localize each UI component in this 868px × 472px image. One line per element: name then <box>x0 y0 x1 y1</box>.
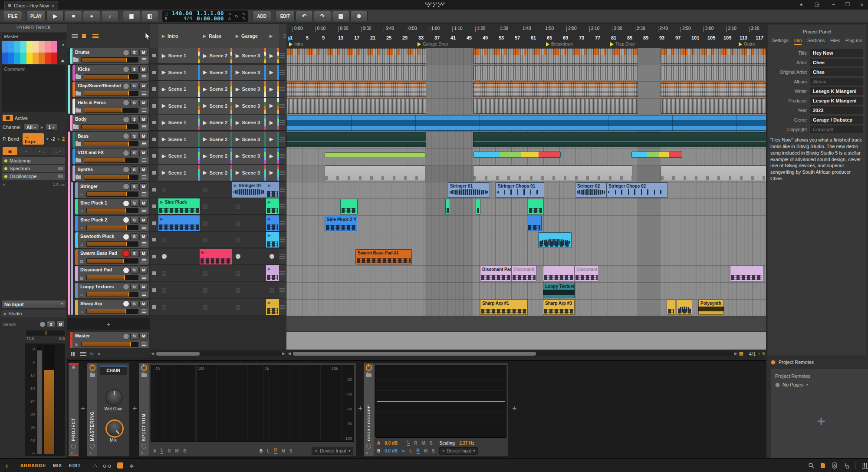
osc-a-l[interactable]: L <box>407 440 410 446</box>
pbend-down-icon[interactable]: ▼ <box>46 137 49 141</box>
track-record-arm-button[interactable] <box>123 150 129 156</box>
clip-slot[interactable]: ▶Stringer 01 <box>232 182 266 198</box>
oscilloscope-device-strip[interactable]: OSCILLOSCOPE o→ <box>364 363 374 456</box>
arranger-clip[interactable] <box>661 82 766 97</box>
palette-swatch[interactable] <box>2 41 8 53</box>
scene-menu-icon[interactable] <box>279 254 285 259</box>
spectrum-b-l[interactable]: L <box>267 449 270 453</box>
clip-slot[interactable] <box>158 182 200 198</box>
view-button-mix[interactable]: MIX <box>53 463 62 468</box>
record-slot-icon[interactable] <box>270 254 274 259</box>
track-row[interactable]: Swarm Bass PadSM▤ <box>67 249 150 265</box>
oscilloscope-power-icon[interactable] <box>366 365 372 371</box>
mastering-clock-icon[interactable] <box>90 444 95 449</box>
touch-icon[interactable] <box>844 462 849 469</box>
scene-menu-icon[interactable] <box>279 87 285 91</box>
snap-icon[interactable]: ▦ <box>739 351 743 356</box>
follow-playhead-icon[interactable]: ⏵| <box>762 351 765 356</box>
wet-gain-knob[interactable] <box>105 389 123 406</box>
arranger-clip[interactable] <box>473 132 766 148</box>
folder-icon[interactable] <box>76 175 81 179</box>
track-mute-button[interactable]: M <box>139 49 148 56</box>
arranger-clip[interactable]: Stringer 01 <box>448 182 490 198</box>
track-record-arm-button[interactable] <box>123 83 129 89</box>
track-card[interactable]: MasterSM♛ <box>70 332 149 348</box>
arranger-clip[interactable] <box>340 199 358 215</box>
folder-icon[interactable] <box>76 109 81 112</box>
track-row[interactable]: StringerSM≈ <box>67 182 150 198</box>
clip-stop-button[interactable] <box>150 182 159 198</box>
arrangement-marker[interactable]: Garage Drop <box>418 42 448 46</box>
track-volume-slider[interactable] <box>81 124 138 129</box>
clip-stop-button[interactable] <box>150 282 159 298</box>
add-device-end-icon[interactable]: + <box>512 404 517 413</box>
scene-header-garage[interactable]: ▶Garage <box>232 24 270 48</box>
loop-brace-icon[interactable]: ⬚⇅ <box>165 12 168 20</box>
track-card[interactable]: Hats & PercsSM <box>72 99 149 114</box>
arrangement-marker[interactable]: Breakdown <box>546 42 573 46</box>
scene-clip[interactable]: ▶Scene 1 <box>158 65 200 80</box>
osc-b-gain[interactable]: 0.0 dB <box>385 449 398 453</box>
track-row[interactable]: Dissonant PadSM▤ <box>67 265 150 282</box>
spectrum-input-select[interactable]: ×Device Input▾ <box>312 447 353 455</box>
track-solo-button[interactable]: S <box>130 49 138 56</box>
osc-b-label[interactable]: B <box>377 449 380 453</box>
track-row[interactable]: DrumsSM <box>67 48 150 64</box>
osc-b-s[interactable]: S <box>432 449 435 453</box>
restore-icon[interactable]: ❐ <box>845 1 850 7</box>
edit-menu-button[interactable]: EDIT <box>276 11 295 21</box>
track-volume-slider[interactable] <box>86 275 138 280</box>
minibar-refresh-icon[interactable]: ↻ <box>90 352 93 356</box>
spectrum-b-label[interactable]: B <box>260 449 263 453</box>
arranger-scroll-left-icon[interactable]: ◀ <box>288 351 291 356</box>
channel-select[interactable]: All▾ <box>23 124 39 131</box>
arranger-clip[interactable]: Dissonant Pad <box>480 266 512 281</box>
scene-clip[interactable]: ▶Scene 3 <box>232 48 266 63</box>
clip-slot[interactable]: ▶Scene 2 <box>200 132 233 148</box>
active-icon[interactable]: ▣ <box>3 115 13 121</box>
track-volume-slider[interactable] <box>86 225 138 230</box>
scene-play-icon[interactable]: ▶ <box>162 34 165 38</box>
palette-swatch[interactable] <box>45 41 51 53</box>
arranger-clip[interactable] <box>473 152 561 158</box>
mix-knob[interactable] <box>105 419 124 438</box>
track-card[interactable]: SynthsSM <box>72 165 149 181</box>
stop-button[interactable]: ■ <box>65 11 82 21</box>
track-volume-slider[interactable] <box>86 309 138 314</box>
clip-slot[interactable]: ▶Scene 2 <box>200 148 233 164</box>
track-mute-button[interactable]: M <box>139 99 148 106</box>
dual-view-toggle[interactable]: ◧ <box>141 11 158 21</box>
scene-clip[interactable]: ▶Scene 2 <box>200 115 232 130</box>
palette-swatch[interactable] <box>8 53 14 64</box>
clip-slot[interactable]: ▶Scene 3 <box>232 81 266 97</box>
scene-clip[interactable]: ▶Scene 2 <box>200 148 232 164</box>
master-rec-button[interactable] <box>39 321 46 327</box>
field-value[interactable]: Hey Now <box>810 49 863 57</box>
project-tab-plug-ins[interactable]: Plug-ins <box>845 38 862 45</box>
osc-b-r[interactable]: R <box>417 448 420 454</box>
arranger-clip[interactable] <box>286 82 426 97</box>
arranger-clip[interactable] <box>677 300 692 315</box>
scene-menu-icon[interactable] <box>279 154 285 158</box>
minibar-grid-icon[interactable] <box>71 352 77 356</box>
clip-stop-button[interactable] <box>150 148 159 164</box>
arranger-scroll-right-icon[interactable]: ▶ <box>734 351 737 356</box>
project-tab-settings[interactable]: Settings <box>772 38 789 45</box>
track-mute-button[interactable]: M <box>139 149 148 156</box>
clip-slot[interactable]: ▶Scene 1 <box>158 98 200 114</box>
scene-menu-icon[interactable] <box>279 221 285 225</box>
pbend-min-value[interactable]: -2 <box>51 136 55 142</box>
clip-slot[interactable]: ▶Scene 1 <box>158 48 200 64</box>
osc-b-l[interactable]: L <box>409 449 412 453</box>
project-remotes-header[interactable]: Project Remotes <box>766 357 868 367</box>
clip-slot[interactable]: ▶Scene 1 <box>158 65 200 81</box>
device-list-item[interactable]: Oscilloscope <box>2 173 65 180</box>
scene-clip[interactable]: ▶Scene 3 <box>232 165 266 181</box>
scene-clip[interactable]: ▶Scene 2 <box>200 48 232 63</box>
osc-a-s[interactable]: S <box>430 441 433 446</box>
clip-slot[interactable]: ▶Scene 3 <box>232 48 266 64</box>
info-icon[interactable]: i <box>6 462 8 469</box>
clip-slot[interactable]: ▶Scene 3 <box>232 132 266 148</box>
scene-menu-icon[interactable] <box>279 70 285 75</box>
clip-slot[interactable]: ▶Scene 3 <box>232 98 266 114</box>
